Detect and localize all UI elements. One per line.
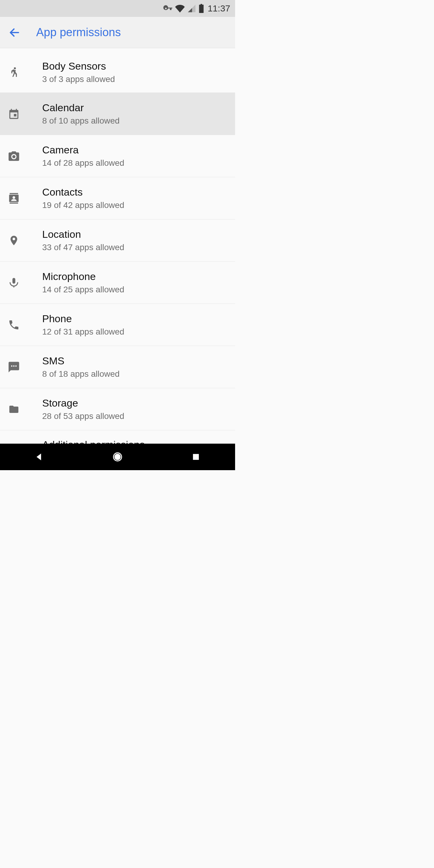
permission-subtitle: 14 of 25 apps allowed [42, 285, 228, 294]
svg-point-5 [13, 365, 15, 367]
signal-icon [187, 4, 196, 13]
phone-icon [7, 318, 21, 332]
permission-row-calendar[interactable]: Calendar 8 of 10 apps allowed [0, 93, 235, 135]
status-bar: 11:37 [0, 0, 235, 17]
nav-bar [0, 444, 235, 470]
permission-title: Location [42, 228, 228, 240]
contacts-icon [7, 192, 21, 205]
permission-title: Camera [42, 144, 228, 156]
permission-title: Calendar [42, 102, 228, 114]
microphone-icon [7, 276, 21, 289]
sms-icon [7, 361, 21, 374]
permission-title: Body Sensors [42, 60, 228, 72]
permission-row-location[interactable]: Location 33 of 47 apps allowed [0, 219, 235, 261]
page-title: App permissions [36, 26, 121, 39]
calendar-icon [7, 107, 21, 121]
svg-point-8 [115, 454, 120, 460]
permission-title: Microphone [42, 271, 228, 282]
nav-home-button[interactable] [102, 448, 133, 466]
permission-subtitle: 3 of 3 apps allowed [42, 74, 228, 84]
permission-subtitle: 19 of 42 apps allowed [42, 200, 228, 210]
permissions-list[interactable]: Body Sensors 3 of 3 apps allowed Calenda… [0, 48, 235, 444]
permission-row-sms[interactable]: SMS 8 of 18 apps allowed [0, 346, 235, 388]
app-bar: App permissions [0, 17, 235, 48]
battery-icon [198, 4, 204, 13]
svg-rect-9 [193, 454, 199, 460]
permission-row-contacts[interactable]: Contacts 19 of 42 apps allowed [0, 177, 235, 219]
svg-point-1 [14, 67, 16, 69]
wifi-icon [175, 4, 185, 13]
permission-row-additional[interactable]: Additional permissions [0, 430, 235, 444]
svg-point-4 [11, 365, 13, 367]
location-icon [7, 234, 21, 247]
svg-point-3 [12, 155, 16, 158]
permission-title: Phone [42, 313, 228, 324]
svg-point-6 [16, 365, 17, 367]
svg-rect-2 [14, 114, 16, 116]
permission-subtitle: 8 of 18 apps allowed [42, 369, 228, 379]
storage-icon [7, 403, 21, 416]
permission-title: Contacts [42, 186, 228, 198]
permission-subtitle: 8 of 10 apps allowed [42, 116, 228, 126]
permission-row-camera[interactable]: Camera 14 of 28 apps allowed [0, 135, 235, 177]
permission-title: Storage [42, 397, 228, 409]
permission-title: SMS [42, 355, 228, 367]
body-sensors-icon [7, 66, 21, 79]
permission-subtitle: 12 of 31 apps allowed [42, 327, 228, 337]
permission-subtitle: 14 of 28 apps allowed [42, 158, 228, 168]
vpn-key-icon [163, 4, 173, 13]
permission-title: Additional permissions [42, 439, 228, 444]
permission-row-body-sensors[interactable]: Body Sensors 3 of 3 apps allowed [0, 48, 235, 93]
back-button[interactable] [7, 25, 22, 40]
permission-row-storage[interactable]: Storage 28 of 53 apps allowed [0, 388, 235, 430]
camera-icon [7, 150, 21, 163]
permission-row-microphone[interactable]: Microphone 14 of 25 apps allowed [0, 261, 235, 304]
nav-back-button[interactable] [24, 448, 54, 466]
permission-subtitle: 33 of 47 apps allowed [42, 243, 228, 252]
permission-row-phone[interactable]: Phone 12 of 31 apps allowed [0, 304, 235, 346]
permission-subtitle: 28 of 53 apps allowed [42, 411, 228, 421]
nav-recents-button[interactable] [181, 448, 211, 466]
clock-text: 11:37 [208, 3, 230, 13]
